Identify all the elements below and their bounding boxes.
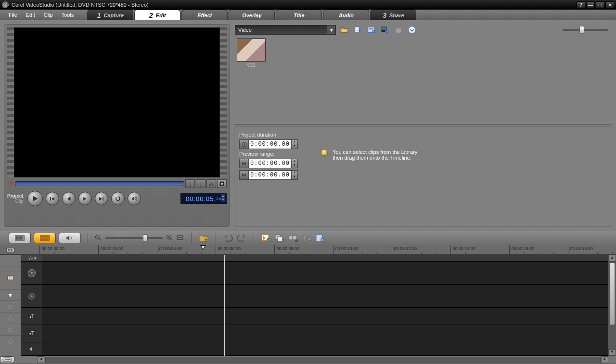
calendar-icon[interactable] — [394, 25, 403, 35]
video-track-header[interactable] — [21, 262, 42, 285]
undo-icon[interactable] — [223, 233, 233, 243]
menu-tools[interactable]: Tools — [58, 11, 78, 19]
batch-convert-icon[interactable] — [274, 233, 285, 243]
title2-enable-icon[interactable]: ◌ — [0, 324, 21, 336]
preview-to-field[interactable]: ▲▼ — [239, 170, 298, 180]
next-frame-button[interactable] — [78, 192, 92, 205]
svg-rect-19 — [243, 162, 244, 165]
audio-view-button[interactable] — [59, 233, 81, 243]
svg-rect-6 — [70, 197, 71, 200]
minimize-button[interactable]: — — [586, 1, 595, 8]
timecode-display[interactable]: 00:00:05.25 ▲▼ — [180, 193, 227, 204]
repeat-button[interactable] — [111, 192, 125, 205]
menu-edit[interactable]: Edit — [22, 11, 39, 19]
hint-tip: You can select clips from the Library th… — [321, 149, 417, 161]
tracks-body[interactable] — [42, 255, 608, 356]
step-edit[interactable]: 2Edit — [134, 10, 180, 20]
svg-point-29 — [267, 238, 270, 242]
track-headers: +/− ▾ 1 ₁T ₂T — [21, 255, 42, 356]
panel-divider[interactable] — [234, 124, 612, 125]
step-audio[interactable]: Audio — [323, 10, 369, 20]
step-capture[interactable]: 1Capture — [87, 10, 133, 20]
storyboard-view-button[interactable] — [9, 233, 31, 243]
preview-screen[interactable] — [14, 27, 220, 177]
zoom-slider[interactable] — [105, 237, 163, 239]
expand-icon[interactable] — [407, 25, 417, 35]
mark-in-indicator[interactable] — [9, 182, 14, 186]
play-button[interactable] — [27, 191, 43, 206]
smart-proxy-icon[interactable] — [261, 233, 271, 243]
library-clip-v21[interactable]: V21 — [237, 38, 266, 119]
close-button[interactable]: ✕ — [605, 1, 614, 8]
library-body[interactable]: V21 — [234, 36, 612, 122]
zoom-in-icon[interactable] — [166, 234, 174, 242]
zoom-out-icon[interactable] — [95, 234, 103, 242]
svg-rect-16 — [396, 27, 402, 29]
svg-point-45 — [31, 269, 33, 271]
svg-point-47 — [33, 275, 34, 276]
menu-file[interactable]: File — [5, 11, 21, 19]
add-remove-tracks[interactable]: +/− ▾ — [21, 255, 42, 262]
side-chevron-down-icon[interactable]: ▼ — [0, 289, 21, 301]
svg-point-51 — [31, 295, 33, 297]
voice-track[interactable] — [42, 342, 608, 356]
sort-icon[interactable] — [353, 25, 363, 35]
timecode-down[interactable]: ▼ — [221, 198, 225, 201]
step-effect[interactable]: Effect — [181, 10, 228, 20]
enlarge-preview-button[interactable] — [217, 179, 227, 188]
svg-rect-34 — [295, 239, 298, 242]
overlay-track[interactable] — [42, 285, 608, 308]
mark-in-button[interactable]: [ — [185, 179, 195, 188]
title-track-2[interactable] — [42, 325, 608, 342]
prev-frame-button[interactable] — [62, 192, 76, 205]
video-track[interactable] — [42, 262, 608, 285]
track-manager-icon[interactable] — [315, 233, 325, 243]
library-category-dropdown[interactable]: Video ▾ — [235, 25, 336, 35]
sound-mixer-icon[interactable] — [301, 233, 312, 243]
preview-mode-labels[interactable]: Project Clip — [7, 193, 25, 204]
step-title[interactable]: Title — [276, 10, 322, 20]
painting-creator-icon[interactable] — [288, 233, 298, 243]
overlay-track-header[interactable]: 1 — [21, 285, 42, 308]
insert-media-icon[interactable] — [198, 233, 209, 243]
fit-project-icon[interactable] — [177, 234, 184, 242]
timecode-up[interactable]: ▲ — [221, 194, 225, 198]
folder-open-icon[interactable] — [340, 25, 349, 35]
library-manager-icon[interactable] — [367, 25, 376, 35]
help-button[interactable]: ? — [577, 1, 585, 8]
title-track-1-header[interactable]: ₁T — [21, 308, 42, 325]
step-overlay[interactable]: Overlay — [229, 10, 275, 20]
horizontal-scrollbar[interactable]: ◄ ► — [0, 356, 616, 364]
end-button[interactable] — [95, 192, 108, 205]
volume-button[interactable] — [128, 192, 141, 205]
timeline-view-button[interactable] — [34, 233, 56, 243]
menu-clip[interactable]: Clip — [40, 11, 57, 19]
title-enable-icon[interactable]: ◌ — [0, 313, 21, 324]
title-track-2-header[interactable]: ₂T — [21, 325, 42, 342]
voice-enable-icon[interactable]: ◌ — [0, 336, 21, 347]
mark-out-button[interactable]: ] — [196, 179, 205, 188]
import-icon[interactable] — [380, 25, 390, 35]
thumbnail-size-slider[interactable] — [563, 29, 608, 31]
overlay-enable-icon[interactable]: ◌ — [0, 301, 21, 313]
chevron-down-icon[interactable]: ▾ — [327, 25, 335, 34]
vertical-scrollbar[interactable]: ▲ ▼ — [608, 255, 616, 356]
timeline-ruler[interactable]: ,00:00:00.00,00:00:02.00,00:00:04.00,00:… — [21, 245, 616, 254]
auto-scroll-toggle[interactable] — [0, 356, 14, 363]
redo-icon[interactable] — [236, 233, 247, 243]
preview-from-field[interactable]: ▲▼ — [239, 159, 298, 168]
clock-icon — [239, 139, 249, 149]
step-share[interactable]: 3Share — [370, 10, 416, 20]
voice-track-header[interactable] — [21, 342, 42, 356]
title-track-1[interactable] — [42, 308, 608, 325]
project-duration-field[interactable]: ▲▼ — [239, 139, 298, 149]
cut-button[interactable] — [206, 179, 216, 188]
playhead[interactable] — [203, 245, 206, 250]
scrub-bar[interactable] — [15, 181, 184, 186]
ripple-edit-icon[interactable] — [0, 266, 21, 289]
home-button[interactable] — [46, 192, 59, 205]
svg-point-44 — [31, 272, 33, 274]
filmstrip-right — [220, 27, 227, 177]
ruler-toggle-icon[interactable] — [0, 245, 21, 254]
maximize-button[interactable]: ◻ — [596, 1, 604, 8]
